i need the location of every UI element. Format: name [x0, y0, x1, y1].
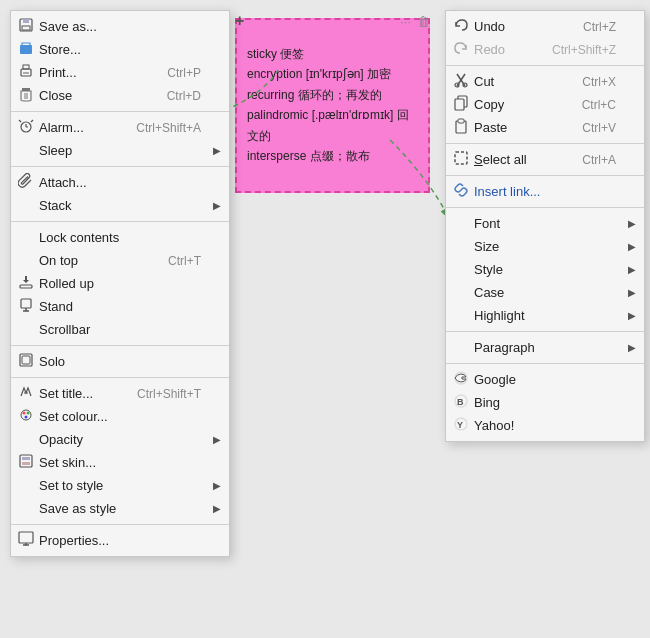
menu-item-highlight[interactable]: Highlight [446, 304, 644, 327]
menu-item-solo[interactable]: Solo [11, 350, 229, 373]
save-as-style-label: Save as style [39, 501, 116, 516]
attach-label: Attach... [39, 175, 87, 190]
insert-link-label: Insert link... [474, 184, 540, 199]
menu-item-set-colour[interactable]: Set colour... [11, 405, 229, 428]
paragraph-label: Paragraph [474, 340, 535, 355]
rolled-up-label: Rolled up [39, 276, 94, 291]
menu-item-on-top[interactable]: On topCtrl+T [11, 249, 229, 272]
menu-item-undo[interactable]: UndoCtrl+Z [446, 15, 644, 38]
bing-label: Bing [474, 395, 500, 410]
rolled-up-icon [17, 274, 35, 293]
cut-label: Cut [474, 74, 494, 89]
paste-icon [452, 118, 470, 137]
size-label: Size [474, 239, 499, 254]
menu-item-case[interactable]: Case [446, 281, 644, 304]
undo-shortcut: Ctrl+Z [563, 20, 616, 34]
svg-text:B: B [457, 397, 464, 407]
close-icon [17, 86, 35, 105]
svg-rect-39 [458, 119, 464, 123]
svg-rect-37 [455, 99, 464, 110]
font-label: Font [474, 216, 500, 231]
menu-item-select-all[interactable]: Select allCtrl+A [446, 148, 644, 171]
menu-item-font[interactable]: Font [446, 212, 644, 235]
menu-item-size[interactable]: Size [446, 235, 644, 258]
menu-separator [446, 207, 644, 208]
yahoo-label: Yahoo! [474, 418, 514, 433]
svg-text:Y: Y [457, 420, 463, 430]
menu-item-paragraph[interactable]: Paragraph [446, 336, 644, 359]
copy-label: Copy [474, 97, 504, 112]
case-label: Case [474, 285, 504, 300]
svg-rect-28 [22, 462, 30, 465]
print-label: Print... [39, 65, 77, 80]
menu-item-google[interactable]: Google [446, 368, 644, 391]
alarm-shortcut: Ctrl+Shift+A [116, 121, 201, 135]
menu-item-alarm[interactable]: Alarm...Ctrl+Shift+A [11, 116, 229, 139]
menu-item-insert-link[interactable]: Insert link... [446, 180, 644, 203]
set-skin-icon [17, 453, 35, 472]
menu-item-set-skin[interactable]: Set skin... [11, 451, 229, 474]
menu-separator [11, 111, 229, 112]
cut-shortcut: Ctrl+X [562, 75, 616, 89]
menu-item-stack[interactable]: Stack [11, 194, 229, 217]
lock-contents-label: Lock contents [39, 230, 119, 245]
menu-item-style[interactable]: Style [446, 258, 644, 281]
insert-link-icon [452, 182, 470, 201]
menu-separator [11, 166, 229, 167]
menu-item-properties[interactable]: Properties... [11, 529, 229, 552]
menu-separator [11, 524, 229, 525]
add-sticky-button[interactable]: + [235, 12, 244, 30]
menu-item-copy[interactable]: CopyCtrl+C [446, 93, 644, 116]
on-top-label: On top [39, 253, 78, 268]
redo-label: Redo [474, 42, 505, 57]
menu-item-redo[interactable]: RedoCtrl+Shift+Z [446, 38, 644, 61]
set-colour-icon [17, 407, 35, 426]
bing-icon: B [452, 393, 470, 412]
copy-icon [452, 95, 470, 114]
menu-item-cut[interactable]: CutCtrl+X [446, 70, 644, 93]
sticky-toolbar: + ··· 🗑 [235, 12, 430, 30]
menu-item-scrollbar[interactable]: Scrollbar [11, 318, 229, 341]
menu-item-save-as-style[interactable]: Save as style [11, 497, 229, 520]
menu-item-sleep[interactable]: Sleep [11, 139, 229, 162]
svg-line-14 [31, 120, 33, 122]
menu-item-paste[interactable]: PasteCtrl+V [446, 116, 644, 139]
set-title-label: Set title... [39, 386, 93, 401]
svg-rect-26 [20, 455, 32, 467]
menu-item-save-as[interactable]: Save as... [11, 15, 229, 38]
menu-separator [11, 377, 229, 378]
menu-item-print[interactable]: Print...Ctrl+P [11, 61, 229, 84]
menu-item-set-to-style[interactable]: Set to style [11, 474, 229, 497]
menu-item-lock-contents[interactable]: Lock contents [11, 226, 229, 249]
menu-item-attach[interactable]: Attach... [11, 171, 229, 194]
solo-icon [17, 352, 35, 371]
alarm-label: Alarm... [39, 120, 84, 135]
stack-label: Stack [39, 198, 72, 213]
svg-rect-15 [20, 285, 32, 288]
sticky-line-4: palindromic [.pælɪn'drɒmɪk] 回文的 [247, 105, 418, 146]
svg-rect-6 [23, 72, 29, 74]
sticky-more-button[interactable]: ··· [400, 14, 411, 29]
menu-separator [446, 331, 644, 332]
svg-point-25 [25, 416, 28, 419]
menu-item-close[interactable]: CloseCtrl+D [11, 84, 229, 107]
menu-item-opacity[interactable]: Opacity [11, 428, 229, 451]
sticky-line-2: encryption [ɪn'krɪpʃən] 加密 [247, 64, 418, 84]
svg-line-13 [19, 120, 21, 122]
properties-label: Properties... [39, 533, 109, 548]
set-title-icon [17, 384, 35, 403]
menu-item-set-title[interactable]: Set title...Ctrl+Shift+T [11, 382, 229, 405]
sticky-note: sticky 便签 encryption [ɪn'krɪpʃən] 加密 rec… [235, 18, 430, 193]
menu-item-yahoo[interactable]: YYahoo! [446, 414, 644, 437]
set-skin-label: Set skin... [39, 455, 96, 470]
menu-item-rolled-up[interactable]: Rolled up [11, 272, 229, 295]
undo-label: Undo [474, 19, 505, 34]
google-label: Google [474, 372, 516, 387]
menu-separator [446, 175, 644, 176]
menu-item-stand[interactable]: Stand [11, 295, 229, 318]
opacity-label: Opacity [39, 432, 83, 447]
menu-item-bing[interactable]: BBing [446, 391, 644, 414]
store-icon [17, 40, 35, 59]
sticky-trash-button[interactable]: 🗑 [417, 14, 430, 29]
menu-item-store[interactable]: Store... [11, 38, 229, 61]
